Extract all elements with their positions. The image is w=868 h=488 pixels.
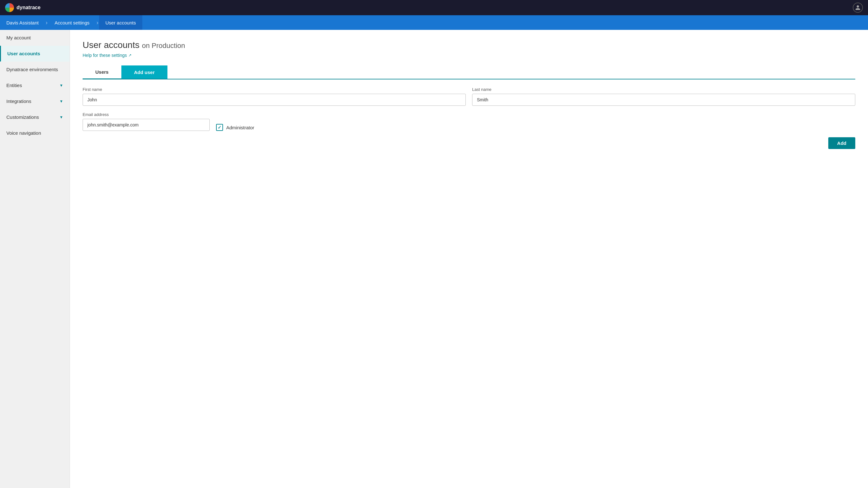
add-button[interactable]: Add bbox=[828, 137, 855, 149]
tab-users[interactable]: Users bbox=[83, 65, 121, 80]
help-link-text: Help for these settings bbox=[83, 53, 127, 58]
main-layout: My account User accounts Dynatrace envir… bbox=[0, 30, 868, 488]
logo-icon bbox=[5, 3, 14, 12]
chevron-down-icon: ▼ bbox=[59, 99, 63, 103]
email-label: Email address bbox=[83, 112, 210, 117]
sidebar-item-entities[interactable]: Entities ▼ bbox=[0, 78, 69, 93]
last-name-label: Last name bbox=[472, 87, 855, 92]
tabs-container: Users Add user bbox=[83, 65, 855, 80]
sidebar-item-dynatrace-environments[interactable]: Dynatrace environments bbox=[0, 62, 69, 78]
logo[interactable]: dynatrace bbox=[5, 3, 41, 12]
sidebar-item-customizations[interactable]: Customizations ▼ bbox=[0, 109, 69, 125]
sidebar-item-customizations-label: Customizations bbox=[6, 114, 39, 120]
help-link[interactable]: Help for these settings ↗ bbox=[83, 53, 855, 58]
environment-label: on Production bbox=[142, 41, 185, 50]
admin-checkbox[interactable]: ✓ bbox=[216, 124, 223, 131]
admin-checkbox-row: ✓ Administrator bbox=[216, 124, 254, 131]
name-fields-row: First name Last name bbox=[83, 87, 855, 106]
breadcrumb-user-accounts[interactable]: User accounts bbox=[99, 15, 142, 30]
tab-add-user[interactable]: Add user bbox=[121, 65, 167, 79]
checkmark-icon: ✓ bbox=[218, 125, 221, 130]
chevron-down-icon: ▼ bbox=[59, 83, 63, 88]
sidebar-item-integrations-label: Integrations bbox=[6, 98, 31, 104]
breadcrumb-davis-assistant[interactable]: Davis Assistant bbox=[0, 15, 45, 30]
sidebar-item-integrations[interactable]: Integrations ▼ bbox=[0, 93, 69, 109]
email-group: Email address bbox=[83, 112, 210, 131]
first-name-label: First name bbox=[83, 87, 466, 92]
breadcrumb-separator-2: › bbox=[96, 20, 99, 26]
email-admin-row: Email address ✓ Administrator bbox=[83, 112, 855, 131]
form-actions: Add bbox=[83, 137, 855, 149]
sidebar-item-my-account[interactable]: My account bbox=[0, 30, 69, 46]
email-input[interactable] bbox=[83, 119, 210, 131]
content-area: User accounts on Production Help for the… bbox=[70, 30, 868, 488]
chevron-down-icon: ▼ bbox=[59, 115, 63, 119]
logo-area: dynatrace bbox=[5, 3, 41, 12]
last-name-input[interactable] bbox=[472, 94, 855, 106]
sidebar-item-user-accounts[interactable]: User accounts bbox=[0, 46, 69, 62]
breadcrumb-bar: Davis Assistant › Account settings › Use… bbox=[0, 15, 868, 30]
sidebar-item-entities-label: Entities bbox=[6, 83, 22, 88]
logo-text: dynatrace bbox=[17, 5, 41, 10]
external-link-icon: ↗ bbox=[128, 53, 131, 58]
last-name-group: Last name bbox=[472, 87, 855, 106]
sidebar-item-my-account-label: My account bbox=[6, 35, 31, 40]
top-navigation: dynatrace bbox=[0, 0, 868, 15]
sidebar-item-voice-navigation[interactable]: Voice navigation bbox=[0, 125, 69, 141]
sidebar-item-dynatrace-environments-label: Dynatrace environments bbox=[6, 67, 58, 72]
user-avatar-button[interactable] bbox=[853, 3, 863, 13]
sidebar: My account User accounts Dynatrace envir… bbox=[0, 30, 70, 488]
page-title: User accounts on Production bbox=[83, 40, 855, 50]
breadcrumb-account-settings[interactable]: Account settings bbox=[48, 15, 96, 30]
admin-label: Administrator bbox=[226, 125, 254, 130]
first-name-input[interactable] bbox=[83, 94, 466, 106]
sidebar-item-voice-navigation-label: Voice navigation bbox=[6, 130, 41, 136]
breadcrumb-separator-1: › bbox=[45, 20, 48, 26]
sidebar-item-user-accounts-label: User accounts bbox=[7, 51, 40, 56]
first-name-group: First name bbox=[83, 87, 466, 106]
